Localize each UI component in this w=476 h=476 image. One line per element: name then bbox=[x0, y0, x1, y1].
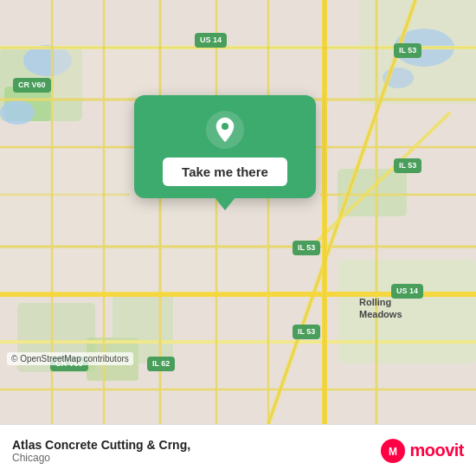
take-me-there-button[interactable]: Take me there bbox=[163, 158, 287, 186]
moovit-logo: M moovit bbox=[381, 439, 464, 463]
svg-rect-41 bbox=[54, 248, 102, 293]
svg-rect-43 bbox=[162, 248, 215, 293]
road-badge-il53-top: IL 53 bbox=[394, 43, 421, 58]
road-badge-us14-top: US 14 bbox=[195, 33, 227, 48]
moovit-text: moovit bbox=[409, 441, 464, 460]
location-city: Chicago bbox=[12, 452, 190, 464]
location-info: Atlas Concrete Cutting & Crng, Chicago bbox=[12, 438, 190, 464]
location-name: Atlas Concrete Cutting & Crng, bbox=[12, 438, 190, 452]
map-pin-icon bbox=[206, 111, 244, 149]
popup-card: Take me there bbox=[134, 95, 316, 198]
svg-rect-36 bbox=[54, 49, 102, 98]
svg-rect-9 bbox=[338, 260, 476, 363]
road-badge-il53-mid2: IL 53 bbox=[293, 241, 320, 255]
moovit-logo-icon: M bbox=[381, 439, 405, 463]
map-container: US 14 IL 53 IL 53 IL 53 US 14 CR V60 IL … bbox=[0, 0, 476, 424]
svg-rect-42 bbox=[106, 248, 158, 293]
rolling-meadows-label: RollingMeadows bbox=[359, 296, 402, 321]
svg-rect-44 bbox=[218, 248, 267, 293]
road-badge-crv60-left: CR V60 bbox=[13, 78, 51, 93]
svg-text:M: M bbox=[389, 446, 397, 458]
bottom-bar: Atlas Concrete Cutting & Crng, Chicago M… bbox=[0, 424, 476, 476]
svg-rect-46 bbox=[0, 248, 50, 293]
svg-rect-45 bbox=[0, 149, 50, 245]
svg-point-48 bbox=[222, 123, 228, 130]
road-badge-il62: IL 62 bbox=[147, 357, 175, 371]
svg-rect-37 bbox=[106, 49, 158, 98]
map-attribution: © OpenStreetMap contributors bbox=[7, 352, 133, 365]
road-badge-il53-btm: IL 53 bbox=[293, 325, 320, 339]
svg-point-4 bbox=[0, 100, 35, 125]
road-badge-il53-mid: IL 53 bbox=[394, 158, 421, 173]
svg-rect-38 bbox=[54, 149, 102, 245]
